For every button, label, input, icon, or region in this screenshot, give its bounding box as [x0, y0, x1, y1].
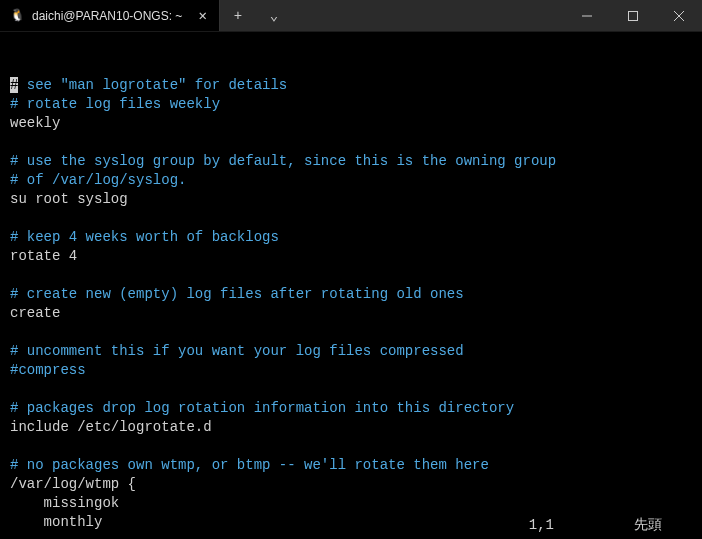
- terminal-line: # uncomment this if you want your log fi…: [10, 342, 692, 361]
- window-titlebar: 🐧 daichi@PARAN10-ONGS: ~ ✕ + ⌄: [0, 0, 702, 32]
- terminal-line: [10, 133, 692, 152]
- terminal-line: /var/log/wtmp {: [10, 475, 692, 494]
- text-cursor: #: [10, 77, 18, 93]
- maximize-button[interactable]: [610, 0, 656, 31]
- terminal-line: weekly: [10, 114, 692, 133]
- terminal-line: [10, 323, 692, 342]
- maximize-icon: [628, 11, 638, 21]
- terminal-viewport[interactable]: # see "man logrotate" for details# rotat…: [0, 32, 702, 539]
- file-position-label: 先頭: [634, 516, 662, 535]
- terminal-line: # keep 4 weeks worth of backlogs: [10, 228, 692, 247]
- tab-dropdown-button[interactable]: ⌄: [256, 0, 292, 31]
- terminal-line: [10, 209, 692, 228]
- minimize-button[interactable]: [564, 0, 610, 31]
- terminal-line: [10, 266, 692, 285]
- editor-status-line: 1,1 先頭: [0, 516, 702, 535]
- terminal-line: # of /var/log/syslog.: [10, 171, 692, 190]
- close-window-button[interactable]: [656, 0, 702, 31]
- terminal-line: # packages drop log rotation information…: [10, 399, 692, 418]
- close-tab-icon[interactable]: ✕: [197, 7, 209, 24]
- terminal-line: create: [10, 304, 692, 323]
- terminal-line: # no packages own wtmp, or btmp -- we'll…: [10, 456, 692, 475]
- terminal-line: su root syslog: [10, 190, 692, 209]
- minimize-icon: [582, 11, 592, 21]
- cursor-position: 1,1: [529, 516, 554, 535]
- terminal-line: #compress: [10, 361, 692, 380]
- titlebar-drag-area[interactable]: [292, 0, 564, 31]
- terminal-line: # create new (empty) log files after rot…: [10, 285, 692, 304]
- terminal-line: [10, 380, 692, 399]
- terminal-tab[interactable]: 🐧 daichi@PARAN10-ONGS: ~ ✕: [0, 0, 220, 31]
- tab-title: daichi@PARAN10-ONGS: ~: [32, 9, 189, 23]
- tux-icon: 🐧: [10, 9, 24, 23]
- terminal-line: include /etc/logrotate.d: [10, 418, 692, 437]
- new-tab-button[interactable]: +: [220, 0, 256, 31]
- terminal-line: rotate 4: [10, 247, 692, 266]
- terminal-line: [10, 437, 692, 456]
- terminal-line: # rotate log files weekly: [10, 95, 692, 114]
- close-icon: [674, 11, 684, 21]
- terminal-line: # see "man logrotate" for details: [10, 76, 692, 95]
- svg-rect-1: [629, 11, 638, 20]
- terminal-line: missingok: [10, 494, 692, 513]
- terminal-line: # use the syslog group by default, since…: [10, 152, 692, 171]
- terminal-content: # see "man logrotate" for details# rotat…: [10, 76, 692, 532]
